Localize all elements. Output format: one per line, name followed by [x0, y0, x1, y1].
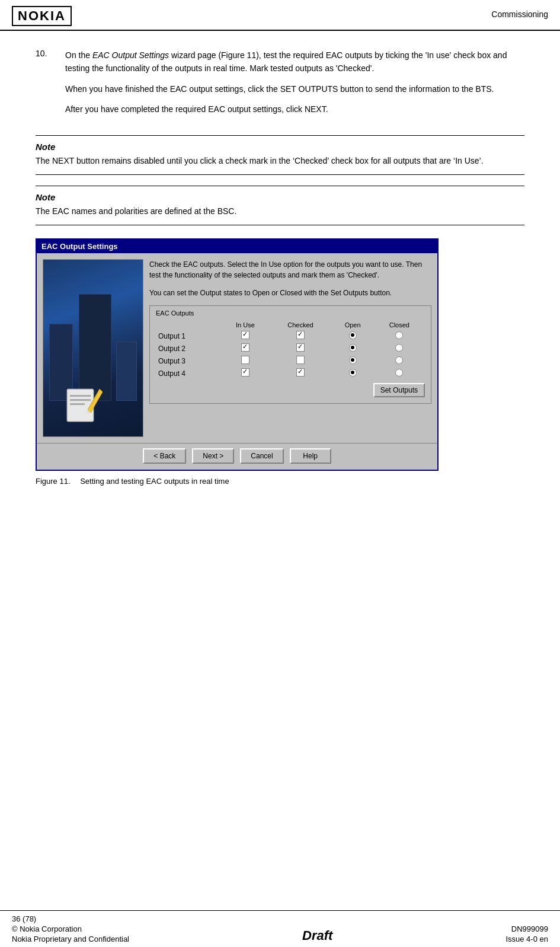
note2-text: The EAC names and polarities are defined…	[36, 205, 524, 218]
step-number: 10.	[36, 49, 53, 123]
dialog-desc2: You can set the Output states to Open or…	[149, 288, 431, 298]
closed-radio-1[interactable]	[374, 330, 425, 342]
figure-caption: Figure 11. Setting and testing EAC outpu…	[36, 477, 229, 486]
table-row: Output 4	[156, 367, 425, 380]
output-label-4: Output 4	[156, 367, 221, 380]
closed-radio-2[interactable]	[374, 342, 425, 355]
proprietary: Nokia Proprietary and Confidential	[12, 935, 129, 943]
checked-checkbox-3[interactable]	[270, 355, 332, 367]
step-para3: After you have completed the required EA…	[65, 103, 524, 116]
set-outputs-button[interactable]: Set Outputs	[373, 383, 425, 397]
svg-rect-0	[67, 389, 94, 422]
cancel-button[interactable]: Cancel	[240, 448, 283, 464]
svg-rect-1	[70, 395, 91, 397]
step-italic: EAC Output Settings	[92, 50, 169, 60]
note1-title: Note	[36, 142, 524, 152]
in-use-checkbox-1[interactable]	[221, 330, 269, 342]
main-content: 10. On the EAC Output Settings wizard pa…	[0, 31, 560, 511]
back-button[interactable]: < Back	[143, 448, 186, 464]
page-footer: 36 (78) © Nokia Corporation Nokia Propri…	[0, 910, 560, 947]
nokia-logo: NOKIA	[12, 6, 72, 26]
doc-number: DN999099	[511, 924, 548, 933]
outputs-table: In Use Checked Open Closed Output 1Outpu…	[156, 320, 425, 380]
eac-output-settings-dialog: EAC Output Settings	[36, 238, 439, 471]
section-title: Commissioning	[491, 6, 548, 19]
step-para1: On the EAC Output Settings wizard page (…	[65, 49, 524, 75]
step-10: 10. On the EAC Output Settings wizard pa…	[36, 49, 524, 123]
svg-rect-2	[70, 399, 91, 401]
output-label-2: Output 2	[156, 342, 221, 355]
dialog-footer: < Back Next > Cancel Help	[37, 443, 437, 470]
col-closed: Closed	[374, 320, 425, 330]
dialog-right-panel: Check the EAC outputs. Select the In Use…	[149, 259, 431, 437]
table-row: Output 1	[156, 330, 425, 342]
note2-box: Note The EAC names and polarities are de…	[36, 186, 524, 225]
col-checked: Checked	[270, 320, 332, 330]
open-radio-1[interactable]	[331, 330, 373, 342]
checked-checkbox-2[interactable]	[270, 342, 332, 355]
open-radio-3[interactable]	[331, 355, 373, 367]
table-row: Output 2	[156, 342, 425, 355]
step-text: On the EAC Output Settings wizard page (…	[65, 49, 524, 123]
copyright: © Nokia Corporation	[12, 924, 129, 933]
eac-outputs-legend: EAC Outputs	[156, 310, 425, 317]
dialog-body: Check the EAC outputs. Select the In Use…	[37, 253, 437, 443]
col-open: Open	[331, 320, 373, 330]
pencil-icon	[61, 377, 108, 425]
draft-label: Draft	[302, 928, 332, 943]
output-label-3: Output 3	[156, 355, 221, 367]
dialog-desc1: Check the EAC outputs. Select the In Use…	[149, 259, 431, 280]
step-para2: When you have finished the EAC output se…	[65, 82, 524, 95]
help-button[interactable]: Help	[290, 448, 331, 464]
note1-box: Note The NEXT button remains disabled un…	[36, 135, 524, 175]
svg-rect-3	[70, 403, 85, 405]
dialog-image	[43, 259, 143, 437]
next-button[interactable]: Next >	[192, 448, 234, 464]
figure-11-container: EAC Output Settings	[36, 238, 524, 486]
open-radio-2[interactable]	[331, 342, 373, 355]
table-row: Output 3	[156, 355, 425, 367]
col-in-use: In Use	[221, 320, 269, 330]
output-label-1: Output 1	[156, 330, 221, 342]
building3	[116, 342, 137, 401]
in-use-checkbox-4[interactable]	[221, 367, 269, 380]
col-label	[156, 320, 221, 330]
page-header: NOKIA Commissioning	[0, 0, 560, 31]
checked-checkbox-1[interactable]	[270, 330, 332, 342]
set-outputs-row: Set Outputs	[156, 383, 425, 397]
closed-radio-3[interactable]	[374, 355, 425, 367]
open-radio-4[interactable]	[331, 367, 373, 380]
footer-left: 36 (78) © Nokia Corporation Nokia Propri…	[12, 914, 129, 943]
in-use-checkbox-2[interactable]	[221, 342, 269, 355]
dialog-titlebar: EAC Output Settings	[37, 240, 437, 253]
note1-text: The NEXT button remains disabled until y…	[36, 154, 524, 167]
footer-right: DN999099 Issue 4-0 en	[505, 924, 548, 943]
note2-title: Note	[36, 192, 524, 202]
in-use-checkbox-3[interactable]	[221, 355, 269, 367]
page-number: 36 (78)	[12, 914, 129, 923]
closed-radio-4[interactable]	[374, 367, 425, 380]
issue: Issue 4-0 en	[505, 935, 548, 943]
checked-checkbox-4[interactable]	[270, 367, 332, 380]
eac-outputs-group: EAC Outputs In Use Checked Open Closed	[149, 305, 431, 404]
